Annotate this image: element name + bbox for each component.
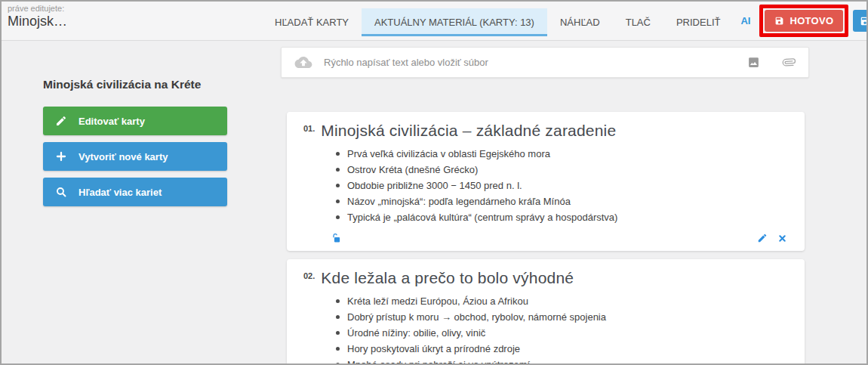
cloud-upload-icon: [294, 55, 312, 70]
card-bullet: Typická je „palácová kultúra“ (centrum s…: [335, 209, 788, 225]
card-bullet-list: Prvá veľká civilizácia v oblasti Egejské…: [303, 146, 788, 225]
edit-cards-button[interactable]: Editovať karty: [43, 107, 227, 135]
card-number: 01.: [303, 124, 315, 133]
hotovo-done-button[interactable]: HOTOVO: [765, 10, 843, 32]
create-cards-button[interactable]: Vytvoriť nové karty: [43, 142, 227, 171]
app-window: práve editujete: Minojsk… HĽADAŤ KARTY A…: [0, 0, 868, 365]
editing-label: práve editujete:: [8, 4, 254, 13]
content-area: Minojská civilizácia na Kréte Editovať k…: [2, 41, 866, 363]
find-cards-button[interactable]: Hľadať viac kariet: [43, 178, 227, 206]
plus-icon: [55, 150, 67, 162]
card-title: Minojská civilizácia – základné zaradeni…: [321, 122, 616, 140]
sidebar: Minojská civilizácia na Kréte Editovať k…: [2, 41, 266, 363]
annotation-highlight-box: HOTOVO: [759, 5, 848, 37]
card-header: 01. Minojská civilizácia – základné zara…: [303, 122, 788, 140]
unlock-icon[interactable]: [330, 233, 341, 244]
edit-card-pencil-icon[interactable]: [757, 233, 768, 243]
save-icon: [860, 16, 868, 26]
quickbar-icons: [747, 56, 796, 69]
card-bullet: Obdobie približne 3000 − 1450 pred n. l.: [335, 178, 788, 193]
search-icon: [55, 186, 67, 198]
card-bullet-list: Kréta leží medzi Európou, Áziou a Afriko…: [303, 293, 788, 365]
card-bullet: Kréta leží medzi Európou, Áziou a Afriko…: [335, 293, 788, 309]
save-icon: [774, 16, 784, 26]
ai-button[interactable]: AI: [740, 15, 750, 26]
topbar-actions: AI HOTOVO: [733, 2, 868, 40]
edit-cards-label: Editovať karty: [78, 116, 145, 127]
card-bullet: Ostrov Kréta (dnešné Grécko): [335, 162, 788, 178]
hotovo-label: HOTOVO: [790, 15, 833, 26]
card-footer: [303, 230, 788, 246]
delete-card-x-icon[interactable]: [778, 234, 786, 243]
paperclip-icon[interactable]: [783, 56, 796, 69]
material-title: Minojská civilizácia na Kréte: [43, 78, 266, 91]
card-bullet: Dobrý prístup k moru → obchod, rybolov, …: [335, 309, 788, 325]
topbar: práve editujete: Minojsk… HĽADAŤ KARTY A…: [2, 2, 866, 41]
card-bullet: Hory poskytovali úkryt a prírodné zdroje: [335, 341, 788, 357]
tab-nahlad[interactable]: NÁHĽAD: [547, 8, 613, 36]
card-bullet: Mnohé osady pri pobreží aj vo vnútrozemí: [335, 357, 788, 365]
card-bullet: Názov „minojská“: podľa legendárneho krá…: [335, 193, 788, 209]
tab-hladat-karty[interactable]: HĽADAŤ KARTY: [262, 8, 362, 36]
tab-bar: HĽADAŤ KARTY AKTUÁLNY MATERIÁL (KARTY: 1…: [262, 2, 733, 40]
tab-pridelit[interactable]: PRIDELIŤ: [663, 8, 734, 36]
tab-aktualny-material[interactable]: AKTUÁLNY MATERIÁL (KARTY: 13): [362, 8, 547, 36]
flashcard-01: 01. Minojská civilizácia – základné zara…: [287, 112, 805, 251]
card-number: 02.: [303, 271, 315, 280]
quick-input-placeholder: Rýchlo napísať text alebo vložiť súbor: [324, 57, 488, 68]
pencil-icon: [55, 115, 67, 127]
create-cards-label: Vytvoriť nové karty: [78, 151, 168, 162]
image-icon[interactable]: [747, 56, 760, 69]
quick-input-bar[interactable]: Rýchlo napísať text alebo vložiť súbor: [281, 47, 809, 78]
tab-tlac[interactable]: TLAČ: [613, 8, 663, 36]
cards-panel: Rýchlo napísať text alebo vložiť súbor 0…: [266, 41, 866, 363]
find-cards-label: Hľadať viac kariet: [78, 187, 162, 198]
card-bullet: Prvá veľká civilizácia v oblasti Egejské…: [335, 146, 788, 162]
card-bullet: Úrodné nížiny: obilie, olivy, vinič: [335, 325, 788, 341]
editing-title-value[interactable]: Minojsk…: [8, 14, 254, 29]
card-header: 02. Kde ležala a prečo to bolo výhodné: [303, 269, 788, 287]
flashcard-02: 02. Kde ležala a prečo to bolo výhodné K…: [287, 259, 805, 365]
card-footer-actions: [757, 233, 786, 243]
card-title: Kde ležala a prečo to bolo výhodné: [321, 269, 574, 287]
editing-title-block[interactable]: práve editujete: Minojsk…: [2, 2, 262, 40]
save-button[interactable]: [853, 10, 868, 32]
